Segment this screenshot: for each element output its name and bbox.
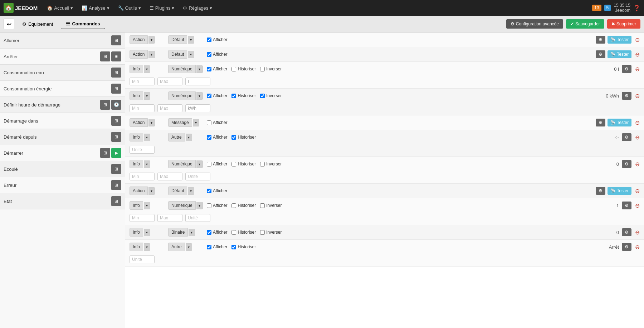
min-input-conso-eau[interactable] [130,78,155,85]
historiser-check-conso-eau[interactable]: Historiser [231,66,256,71]
historiser-check-erreur[interactable]: Historiser [231,230,256,235]
gear-button-demarre[interactable]: ⚙ [622,160,631,168]
nav-plugins[interactable]: ☰ Plugins ▾ [146,3,178,13]
type-arrow-ecoule-1[interactable]: ▾ [144,202,150,209]
max-input-conso-eau[interactable] [157,78,182,85]
remove-button-arreter[interactable]: ⊖ [635,51,640,58]
afficher-check-demarrer[interactable]: Afficher [207,188,227,193]
cmd-grid-erreur[interactable]: ⊞ [111,180,121,190]
unit-input-conso-energie[interactable] [185,104,210,112]
gear-button-demarrage[interactable]: ⚙ [622,133,631,141]
badge-blue[interactable]: 5 [604,5,611,11]
test-button-arreter[interactable]: 📡 Tester [608,50,631,58]
nav-reglages[interactable]: ⚙ Réglages ▾ [179,3,216,13]
type-arrow-erreur-2[interactable]: ▾ [189,229,195,236]
remove-button-erreur[interactable]: ⊖ [635,229,640,236]
max-input-ecoule[interactable] [157,214,182,222]
config-advanced-button[interactable]: ⚙ Configuration avancée [506,19,563,29]
test-button-demarrer[interactable]: 📡 Tester [608,187,631,195]
type-arrow-allumer-2[interactable]: ▾ [188,36,194,44]
inverser-check-conso-energie[interactable]: Inverser [260,93,282,98]
gear-button-conso-eau[interactable]: ⚙ [622,65,631,73]
unit-input-ecoule[interactable] [185,214,210,222]
type-arrow-conso-eau-2[interactable]: ▾ [196,65,203,73]
type-arrow-allumer-1[interactable]: ▾ [148,36,155,44]
nav-outils[interactable]: 🔧 Outils ▾ [114,3,145,13]
back-button[interactable]: ↩ [4,19,14,29]
unit-input-demarre[interactable] [185,173,210,180]
cmd-grid-conso-eau[interactable]: ⊞ [111,68,121,78]
remove-button-demarrer[interactable]: ⊖ [635,188,640,194]
test-button-definir[interactable]: 📡 Tester [608,119,631,126]
gear-button-ecoule[interactable]: ⚙ [622,202,631,209]
afficher-check-allumer[interactable]: Afficher [207,37,227,42]
type-arrow-arreter-2[interactable]: ▾ [188,51,194,58]
afficher-check-ecoule[interactable]: Afficher [207,203,227,208]
cmd-grid-ecoule[interactable]: ⊞ [111,164,121,174]
remove-button-demarre[interactable]: ⊖ [635,161,640,168]
help-icon[interactable]: ❓ [633,5,640,11]
type-arrow-etat-2[interactable]: ▾ [186,243,192,251]
type-arrow-conso-energie-1[interactable]: ▾ [144,92,150,100]
type-arrow-ecoule-2[interactable]: ▾ [196,202,203,209]
nav-analyse[interactable]: 📊 Analyse ▾ [78,3,113,13]
type-arrow-demarrer-1[interactable]: ▾ [148,187,155,195]
remove-button-demarrage[interactable]: ⊖ [635,134,640,141]
type-arrow-etat-1[interactable]: ▾ [144,243,150,251]
inverser-check-conso-eau[interactable]: Inverser [260,66,282,71]
afficher-check-definir[interactable]: Afficher [207,120,227,125]
gear-button-definir[interactable]: ⚙ [596,119,605,126]
max-input-demarre[interactable] [157,173,182,180]
gear-button-conso-energie[interactable]: ⚙ [622,92,631,100]
historiser-check-conso-energie[interactable]: Historiser [231,93,256,98]
cmd-stop-arreter[interactable]: ■ [111,51,121,61]
inverser-check-demarre[interactable]: Inverser [260,161,282,167]
remove-button-conso-eau[interactable]: ⊖ [635,66,640,73]
min-input-conso-energie[interactable] [130,104,155,112]
afficher-check-etat[interactable]: Afficher [207,244,227,249]
type-arrow-definir-2[interactable]: ▾ [193,119,199,126]
unit-input-demarrage[interactable] [130,146,155,154]
afficher-check-demarrage[interactable]: Afficher [207,135,227,140]
afficher-check-conso-eau[interactable]: Afficher [207,66,227,71]
unit-input-conso-eau[interactable] [185,78,210,85]
cmd-grid-demarre[interactable]: ⊞ [111,132,121,142]
cmd-grid-arreter[interactable]: ⊞ [100,51,110,61]
type-arrow-conso-energie-2[interactable]: ▾ [196,92,203,100]
test-button-allumer[interactable]: 📡 Tester [608,36,631,44]
gear-button-allumer[interactable]: ⚙ [596,36,605,44]
afficher-check-arreter[interactable]: Afficher [207,52,227,57]
max-input-conso-energie[interactable] [157,104,182,112]
cmd-clock-definir[interactable]: 🕐 [111,100,121,110]
gear-button-erreur[interactable]: ⚙ [622,228,631,236]
type-arrow-demarre-1[interactable]: ▾ [144,160,150,168]
min-input-demarre[interactable] [130,173,155,180]
type-arrow-demarre-2[interactable]: ▾ [196,160,203,168]
type-arrow-arreter-1[interactable]: ▾ [148,51,155,58]
historiser-check-demarrage[interactable]: Historiser [231,135,256,140]
gear-button-etat[interactable]: ⚙ [622,243,631,251]
inverser-check-ecoule[interactable]: Inverser [260,203,282,208]
cmd-grid-definir[interactable]: ⊞ [100,100,110,110]
gear-button-demarrer[interactable]: ⚙ [596,187,605,195]
type-arrow-demarrage-1[interactable]: ▾ [144,134,150,141]
remove-button-definir[interactable]: ⊖ [635,119,640,126]
delete-button[interactable]: ✖ Supprimer [607,19,640,29]
historiser-check-demarre[interactable]: Historiser [231,161,256,167]
remove-button-conso-energie[interactable]: ⊖ [635,93,640,99]
afficher-check-conso-energie[interactable]: Afficher [207,93,227,98]
type-arrow-demarrage-2[interactable]: ▾ [186,134,192,141]
min-input-ecoule[interactable] [130,214,155,222]
tab-commandes[interactable]: ☰ Commandes [61,19,105,29]
afficher-check-demarre[interactable]: Afficher [207,161,227,167]
type-arrow-demarrer-2[interactable]: ▾ [188,187,194,195]
cmd-grid-allumer[interactable]: ⊞ [111,35,121,45]
gear-button-arreter[interactable]: ⚙ [596,50,605,58]
historiser-check-ecoule[interactable]: Historiser [231,203,256,208]
remove-button-ecoule[interactable]: ⊖ [635,202,640,209]
type-arrow-erreur-1[interactable]: ▾ [144,229,150,236]
historiser-check-etat[interactable]: Historiser [231,244,256,249]
type-arrow-definir-1[interactable]: ▾ [148,119,155,126]
remove-button-etat[interactable]: ⊖ [635,244,640,250]
type-arrow-conso-eau-1[interactable]: ▾ [144,65,150,73]
